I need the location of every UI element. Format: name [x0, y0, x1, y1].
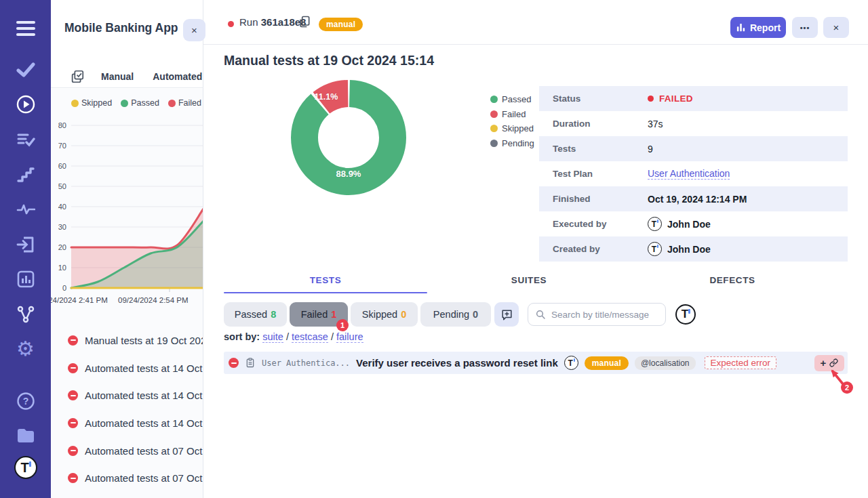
- sort-by-failure-link[interactable]: failure: [336, 331, 363, 343]
- projects-folder-icon[interactable]: [0, 424, 51, 447]
- run-list-item[interactable]: Automated tests at 14 Oct 2: [51, 381, 203, 409]
- add-comment-button[interactable]: [494, 302, 519, 327]
- copy-run-id-button[interactable]: [296, 14, 313, 31]
- stat-row-duration: Duration 37s: [539, 111, 848, 136]
- testomat-logo-icon[interactable]: T: [0, 456, 51, 479]
- failed-status-icon: [68, 363, 78, 373]
- trend-x-axis: /24/2024 2:41 PM 09/24/2024 2:54 PM: [51, 296, 203, 307]
- test-list-icon[interactable]: [0, 128, 51, 151]
- close-run-button[interactable]: ×: [823, 17, 849, 38]
- legend-label: Failed: [502, 109, 526, 119]
- failed-status-icon: [229, 358, 239, 368]
- sort-by-suite-link[interactable]: suite: [262, 331, 283, 343]
- svg-text:80: 80: [58, 121, 66, 129]
- steps-icon[interactable]: [0, 163, 51, 186]
- user-avatar: T: [648, 217, 662, 231]
- sort-label: sort by:: [224, 331, 260, 342]
- run-item-label: Automated tests at 07 Oct 2: [85, 445, 203, 457]
- menu-icon[interactable]: [0, 17, 51, 40]
- stat-value: Oct 19, 2024 12:14 PM: [648, 194, 747, 205]
- app-sidebar: ⚙ ? T: [0, 0, 51, 498]
- run-header-bar: Run 361a18e8 manual Report ••• ×: [203, 0, 868, 45]
- project-panel: Mobile Banking App × Manual Automated Sk…: [51, 0, 203, 498]
- svg-text:10: 10: [58, 264, 66, 272]
- test-result-row[interactable]: User Authentica... Verify user receives …: [224, 352, 848, 374]
- svg-text:60: 60: [58, 162, 66, 170]
- run-failed-dot-icon: [228, 21, 234, 27]
- stat-label: Test Plan: [539, 169, 648, 179]
- checkbox-multiple-icon: [70, 69, 85, 84]
- filter-count: 1: [331, 309, 336, 320]
- stat-label: Executed by: [539, 219, 648, 229]
- more-options-button[interactable]: •••: [792, 17, 818, 38]
- run-list-item[interactable]: Automated tests at 14 Oct 2: [51, 354, 203, 382]
- bar-chart-icon[interactable]: [0, 268, 51, 291]
- help-icon[interactable]: ?: [0, 390, 51, 413]
- user-name: John Doe: [667, 219, 711, 230]
- report-button[interactable]: Report: [730, 17, 786, 38]
- legend-item-passed: Passed: [490, 92, 534, 107]
- run-list-item[interactable]: Automated tests at 14 Oct 2: [51, 409, 203, 437]
- stat-label: Tests: [539, 144, 648, 154]
- legend-label: Skipped: [81, 98, 112, 108]
- status-badge: FAILED: [659, 94, 693, 104]
- stat-row-created-by: Created by TJohn Doe: [539, 236, 848, 262]
- svg-text:70: 70: [58, 142, 66, 150]
- filter-skipped-button[interactable]: Skipped0: [351, 302, 418, 327]
- run-list-item[interactable]: Automated tests at 07 Oct 2: [51, 464, 203, 492]
- error-message-badge[interactable]: Expected error: [705, 356, 777, 369]
- filter-label: Passed: [235, 309, 267, 320]
- tag-badge[interactable]: @localisation: [635, 356, 696, 370]
- test-plan-link[interactable]: User Authentication: [648, 168, 730, 180]
- filter-passed-button[interactable]: Passed8: [224, 302, 287, 327]
- failed-status-icon: [68, 418, 78, 428]
- legend-label: Pending: [502, 138, 534, 148]
- tab-tests[interactable]: TESTS: [224, 271, 427, 293]
- donut-legend: Passed Failed Skipped Pending: [490, 92, 534, 150]
- runs-trend-chart: 01020304050607080: [51, 119, 203, 296]
- stat-value: 9: [648, 144, 653, 154]
- legend-label: Skipped: [502, 123, 534, 133]
- check-icon[interactable]: [0, 58, 51, 81]
- run-list-item[interactable]: Automated tests at 07 Oct 2: [51, 437, 203, 465]
- assignee-avatar[interactable]: T: [675, 304, 696, 325]
- panel-collapse-button[interactable]: ×: [183, 19, 205, 41]
- tab-suites[interactable]: SUITES: [427, 271, 631, 293]
- filter-label: Pending: [433, 309, 469, 320]
- svg-text:50: 50: [58, 182, 66, 190]
- gear-icon[interactable]: ⚙: [0, 337, 51, 360]
- run-item-label: Automated tests at 07 Oct 2: [85, 472, 203, 484]
- filter-pending-button[interactable]: Pending0: [420, 302, 491, 327]
- annotation-step-2: 2: [841, 381, 853, 394]
- stat-row-tests: Tests 9: [539, 136, 848, 161]
- stat-value: 37s: [648, 119, 663, 129]
- x-tick-label: 09/24/2024 2:54 PM: [118, 296, 189, 304]
- passed-dot-icon: [121, 100, 128, 107]
- report-button-label: Report: [750, 22, 781, 33]
- filter-label: Skipped: [362, 309, 397, 320]
- stat-label: Finished: [539, 194, 648, 204]
- branch-icon[interactable]: [0, 303, 51, 326]
- legend-item-failed: Failed: [168, 98, 201, 108]
- search-input[interactable]: [528, 303, 666, 326]
- run-item-label: Automated tests at 14 Oct 2: [85, 362, 203, 374]
- run-list-item[interactable]: Manual tests at 19 Oct 2024: [51, 327, 203, 354]
- suite-name[interactable]: User Authentica...: [262, 358, 350, 368]
- passed-dot-icon: [490, 96, 498, 103]
- sort-by-testcase-link[interactable]: testcase: [292, 331, 328, 343]
- sort-separator: /: [331, 331, 334, 342]
- project-panel-body: Skipped Passed Failed 01020304050607080 …: [51, 89, 203, 498]
- stat-row-finished: Finished Oct 19, 2024 12:14 PM: [539, 186, 848, 211]
- sign-in-icon[interactable]: [0, 233, 51, 256]
- pulse-icon[interactable]: [0, 198, 51, 221]
- comment-plus-icon: [500, 308, 513, 321]
- page-title: Manual tests at 19 Oct 2024 15:14: [224, 53, 434, 68]
- tab-defects[interactable]: DEFECTS: [631, 271, 834, 293]
- legend-item-skipped: Skipped: [490, 121, 534, 136]
- x-tick-label: /24/2024 2:41 PM: [51, 296, 108, 304]
- play-circle-icon[interactable]: [0, 93, 51, 116]
- test-title[interactable]: Verify user receives a password reset li…: [356, 357, 558, 369]
- legend-item-skipped: Skipped: [71, 98, 112, 108]
- tab-automated[interactable]: Automated: [153, 71, 202, 82]
- tab-manual[interactable]: Manual: [101, 71, 134, 82]
